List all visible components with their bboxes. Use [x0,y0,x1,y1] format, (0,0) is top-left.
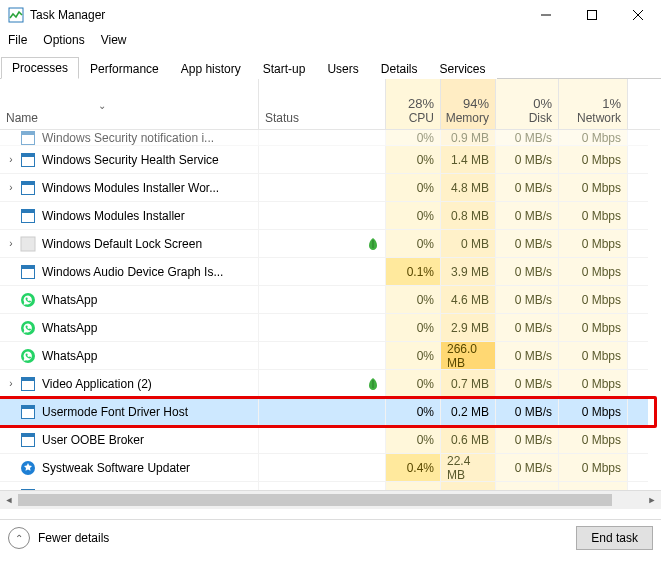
svg-rect-24 [22,405,35,409]
disk-cell: 0 MB/s [496,202,559,230]
memory-cell: 0 MB [441,230,496,258]
process-table: Name ⌄ Status 28% CPU 94% Memory 0% Disk… [0,79,661,519]
tab-strip: Processes Performance App history Start-… [0,54,661,79]
network-cell: 0 Mbps [559,454,628,482]
menu-file[interactable]: File [8,33,27,47]
status-cell [259,146,386,174]
memory-cell: 4.6 MB [441,286,496,314]
table-row[interactable]: User OOBE Broker0%0.6 MB0 MB/s0 Mbps [0,426,660,454]
table-row[interactable]: Usermode Font Driver Host0%0.2 MB0 MB/s0… [0,398,660,426]
tab-users[interactable]: Users [316,58,369,79]
memory-label: Memory [446,111,489,125]
tab-app-history[interactable]: App history [170,58,252,79]
status-cell [259,370,386,398]
column-disk[interactable]: 0% Disk [496,79,559,129]
expand-toggle[interactable]: › [4,182,18,193]
network-label: Network [577,111,621,125]
fewer-details-button[interactable]: ⌃ Fewer details [8,527,576,549]
column-network[interactable]: 1% Network [559,79,628,129]
table-row[interactable]: WhatsApp0%266.0 MB0 MB/s0 Mbps [0,342,660,370]
process-name: WhatsApp [42,293,97,307]
table-row[interactable]: ›Windows Security Health Service0%1.4 MB… [0,146,660,174]
sort-indicator-icon: ⌄ [98,100,106,111]
table-body[interactable]: Windows Security notification i... 0% 0.… [0,130,660,490]
svg-rect-26 [22,433,35,437]
status-cell [259,286,386,314]
minimize-button[interactable] [523,0,569,30]
app-icon [20,488,36,491]
table-row[interactable]: ›Windows Default Lock Screen0%0 MB0 MB/s… [0,230,660,258]
column-status[interactable]: Status [259,79,386,129]
tab-processes[interactable]: Processes [1,57,79,79]
column-overflow[interactable] [628,79,648,129]
menu-view[interactable]: View [101,33,127,47]
disk-cell: 0 MB/s [496,370,559,398]
expand-toggle[interactable]: › [4,378,18,389]
disk-cell: 0 MB/s [496,482,559,490]
close-button[interactable] [615,0,661,30]
tab-start-up[interactable]: Start-up [252,58,317,79]
end-task-button[interactable]: End task [576,526,653,550]
table-row[interactable]: ›System Guard Runtime Monitor...0%3.4 MB… [0,482,660,490]
scroll-right-arrow-icon[interactable]: ► [643,491,661,509]
svg-rect-12 [22,209,35,213]
status-cell [259,230,386,258]
table-row[interactable]: ›Windows Modules Installer Wor...0%4.8 M… [0,174,660,202]
memory-cell: 1.4 MB [441,146,496,174]
disk-cell: 0 MB/s [496,174,559,202]
process-name: Windows Modules Installer [42,209,185,223]
tab-performance[interactable]: Performance [79,58,170,79]
whatsapp-icon [20,292,36,308]
tab-services[interactable]: Services [428,58,496,79]
column-name[interactable]: Name ⌄ [0,79,259,129]
menu-options[interactable]: Options [43,33,84,47]
table-row[interactable]: WhatsApp0%2.9 MB0 MB/s0 Mbps [0,314,660,342]
memory-cell: 266.0 MB [441,342,496,370]
app-icon [8,7,24,23]
expand-toggle[interactable]: › [4,238,18,249]
cpu-usage-pct: 28% [408,96,434,111]
blank-icon [20,236,36,252]
app-icon [20,376,36,392]
scroll-track[interactable] [18,494,643,506]
process-name: Windows Modules Installer Wor... [42,181,219,195]
status-cell [259,314,386,342]
table-row[interactable]: ›Video Application (2)0%0.7 MB0 MB/s0 Mb… [0,370,660,398]
table-row[interactable]: WhatsApp0%4.6 MB0 MB/s0 Mbps [0,286,660,314]
memory-cell: 0.2 MB [441,398,496,426]
disk-usage-pct: 0% [533,96,552,111]
cpu-cell: 0% [386,230,441,258]
cpu-label: CPU [409,111,434,125]
cpu-cell: 0% [386,174,441,202]
cpu-cell: 0% [386,286,441,314]
network-cell: 0 Mbps [559,482,628,490]
maximize-button[interactable] [569,0,615,30]
svg-rect-0 [9,8,23,22]
table-row[interactable]: Windows Audio Device Graph Is...0.1%3.9 … [0,258,660,286]
cpu-cell: 0% [386,314,441,342]
horizontal-scrollbar[interactable]: ◄ ► [0,490,661,509]
column-memory[interactable]: 94% Memory [441,79,496,129]
network-cell: 0 Mbps [559,130,628,146]
tab-details[interactable]: Details [370,58,429,79]
cpu-cell: 0% [386,202,441,230]
disk-cell: 0 MB/s [496,286,559,314]
disk-label: Disk [529,111,552,125]
table-row[interactable]: Systweak Software Updater0.4%22.4 MB0 MB… [0,454,660,482]
whatsapp-icon [20,348,36,364]
menu-bar: File Options View [0,30,661,50]
title-bar: Task Manager [0,0,661,30]
network-cell: 0 Mbps [559,286,628,314]
table-row[interactable]: Windows Modules Installer0%0.8 MB0 MB/s0… [0,202,660,230]
memory-cell: 3.9 MB [441,258,496,286]
disk-cell: 0 MB/s [496,146,559,174]
cpu-cell: 0% [386,482,441,490]
scroll-left-arrow-icon[interactable]: ◄ [0,491,18,509]
network-cell: 0 Mbps [559,314,628,342]
window-controls [523,0,661,30]
scroll-thumb[interactable] [18,494,612,506]
column-cpu[interactable]: 28% CPU [386,79,441,129]
expand-toggle[interactable]: › [4,154,18,165]
table-row[interactable]: Windows Security notification i... 0% 0.… [0,130,660,146]
svg-rect-2 [588,11,597,20]
